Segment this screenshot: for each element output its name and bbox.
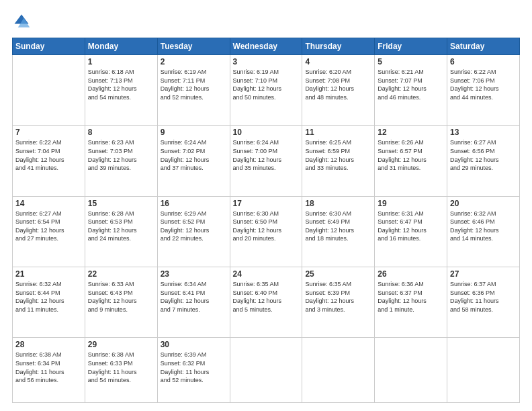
- weekday-header-saturday: Saturday: [447, 38, 520, 55]
- calendar-cell: [447, 338, 520, 403]
- calendar-cell: 7Sunrise: 6:22 AM Sunset: 7:04 PM Daylig…: [13, 126, 85, 196]
- cell-info: Sunrise: 6:21 AM Sunset: 7:07 PM Dayligh…: [378, 68, 444, 101]
- cell-info: Sunrise: 6:34 AM Sunset: 6:41 PM Dayligh…: [161, 280, 227, 314]
- day-number: 20: [450, 199, 517, 208]
- cell-info: Sunrise: 6:19 AM Sunset: 7:10 PM Dayligh…: [233, 68, 300, 101]
- calendar-cell: 21Sunrise: 6:32 AM Sunset: 6:44 PM Dayli…: [13, 267, 85, 338]
- calendar-cell: 13Sunrise: 6:27 AM Sunset: 6:56 PM Dayli…: [447, 126, 520, 196]
- cell-info: Sunrise: 6:31 AM Sunset: 6:47 PM Dayligh…: [378, 210, 444, 243]
- calendar-cell: 2Sunrise: 6:19 AM Sunset: 7:11 PM Daylig…: [157, 55, 230, 126]
- cell-info: Sunrise: 6:22 AM Sunset: 7:06 PM Dayligh…: [450, 68, 517, 101]
- cell-info: Sunrise: 6:37 AM Sunset: 6:36 PM Dayligh…: [450, 280, 517, 314]
- cell-info: Sunrise: 6:24 AM Sunset: 7:02 PM Dayligh…: [161, 138, 227, 172]
- weekday-header-tuesday: Tuesday: [157, 38, 230, 55]
- cell-info: Sunrise: 6:27 AM Sunset: 6:54 PM Dayligh…: [15, 210, 82, 243]
- cell-info: Sunrise: 6:30 AM Sunset: 6:49 PM Dayligh…: [305, 210, 371, 243]
- logo-icon: [12, 12, 31, 31]
- day-number: 26: [378, 269, 444, 279]
- cell-info: Sunrise: 6:36 AM Sunset: 6:37 PM Dayligh…: [378, 280, 444, 314]
- calendar-cell: 9Sunrise: 6:24 AM Sunset: 7:02 PM Daylig…: [157, 126, 230, 196]
- calendar-cell: [375, 338, 447, 403]
- calendar-cell: 4Sunrise: 6:20 AM Sunset: 7:08 PM Daylig…: [302, 55, 375, 126]
- calendar-cell: 12Sunrise: 6:26 AM Sunset: 6:57 PM Dayli…: [375, 126, 447, 196]
- cell-info: Sunrise: 6:30 AM Sunset: 6:50 PM Dayligh…: [233, 210, 300, 243]
- weekday-header-sunday: Sunday: [13, 38, 85, 55]
- day-number: 3: [233, 57, 300, 66]
- day-number: 16: [161, 199, 227, 208]
- day-number: 23: [161, 269, 227, 279]
- cell-info: Sunrise: 6:20 AM Sunset: 7:08 PM Dayligh…: [305, 68, 371, 101]
- calendar-cell: 18Sunrise: 6:30 AM Sunset: 6:49 PM Dayli…: [302, 196, 375, 267]
- day-number: 7: [15, 128, 82, 137]
- calendar-cell: 22Sunrise: 6:33 AM Sunset: 6:43 PM Dayli…: [85, 267, 157, 338]
- calendar-cell: 26Sunrise: 6:36 AM Sunset: 6:37 PM Dayli…: [375, 267, 447, 338]
- calendar-cell: 11Sunrise: 6:25 AM Sunset: 6:59 PM Dayli…: [302, 126, 375, 196]
- calendar-week-row: 1Sunrise: 6:18 AM Sunset: 7:13 PM Daylig…: [13, 55, 520, 126]
- day-number: 14: [15, 199, 82, 208]
- cell-info: Sunrise: 6:32 AM Sunset: 6:46 PM Dayligh…: [450, 210, 517, 243]
- calendar-cell: [230, 338, 302, 403]
- weekday-header-row: SundayMondayTuesdayWednesdayThursdayFrid…: [13, 38, 520, 55]
- calendar-cell: 1Sunrise: 6:18 AM Sunset: 7:13 PM Daylig…: [85, 55, 157, 126]
- day-number: 21: [15, 269, 82, 279]
- day-number: 13: [450, 128, 517, 137]
- day-number: 19: [378, 199, 444, 208]
- day-number: 28: [15, 340, 82, 349]
- cell-info: Sunrise: 6:24 AM Sunset: 7:00 PM Dayligh…: [233, 138, 300, 172]
- calendar-week-row: 28Sunrise: 6:38 AM Sunset: 6:34 PM Dayli…: [13, 338, 520, 403]
- day-number: 6: [450, 57, 517, 66]
- calendar-cell: 14Sunrise: 6:27 AM Sunset: 6:54 PM Dayli…: [13, 196, 85, 267]
- cell-info: Sunrise: 6:25 AM Sunset: 6:59 PM Dayligh…: [305, 138, 371, 172]
- calendar-cell: 25Sunrise: 6:35 AM Sunset: 6:39 PM Dayli…: [302, 267, 375, 338]
- day-number: 11: [305, 128, 371, 137]
- logo: [12, 12, 34, 31]
- cell-info: Sunrise: 6:35 AM Sunset: 6:40 PM Dayligh…: [233, 280, 300, 314]
- day-number: 29: [88, 340, 154, 349]
- day-number: 9: [161, 128, 227, 137]
- calendar-cell: 10Sunrise: 6:24 AM Sunset: 7:00 PM Dayli…: [230, 126, 302, 196]
- cell-info: Sunrise: 6:23 AM Sunset: 7:03 PM Dayligh…: [88, 138, 154, 172]
- day-number: 10: [233, 128, 300, 137]
- calendar-cell: [302, 338, 375, 403]
- cell-info: Sunrise: 6:38 AM Sunset: 6:34 PM Dayligh…: [15, 351, 82, 384]
- cell-info: Sunrise: 6:27 AM Sunset: 6:56 PM Dayligh…: [450, 138, 517, 172]
- day-number: 5: [378, 57, 444, 66]
- day-number: 22: [88, 269, 154, 279]
- cell-info: Sunrise: 6:28 AM Sunset: 6:53 PM Dayligh…: [88, 210, 154, 243]
- calendar-cell: 5Sunrise: 6:21 AM Sunset: 7:07 PM Daylig…: [375, 55, 447, 126]
- cell-info: Sunrise: 6:26 AM Sunset: 6:57 PM Dayligh…: [378, 138, 444, 172]
- calendar-cell: 16Sunrise: 6:29 AM Sunset: 6:52 PM Dayli…: [157, 196, 230, 267]
- calendar-cell: 17Sunrise: 6:30 AM Sunset: 6:50 PM Dayli…: [230, 196, 302, 267]
- calendar-week-row: 14Sunrise: 6:27 AM Sunset: 6:54 PM Dayli…: [13, 196, 520, 267]
- calendar-cell: 6Sunrise: 6:22 AM Sunset: 7:06 PM Daylig…: [447, 55, 520, 126]
- calendar-cell: 23Sunrise: 6:34 AM Sunset: 6:41 PM Dayli…: [157, 267, 230, 338]
- calendar-cell: 27Sunrise: 6:37 AM Sunset: 6:36 PM Dayli…: [447, 267, 520, 338]
- day-number: 15: [88, 199, 154, 208]
- day-number: 24: [233, 269, 300, 279]
- weekday-header-wednesday: Wednesday: [230, 38, 302, 55]
- page-header: [12, 12, 520, 31]
- day-number: 18: [305, 199, 371, 208]
- day-number: 4: [305, 57, 371, 66]
- calendar-cell: 24Sunrise: 6:35 AM Sunset: 6:40 PM Dayli…: [230, 267, 302, 338]
- calendar-week-row: 7Sunrise: 6:22 AM Sunset: 7:04 PM Daylig…: [13, 126, 520, 196]
- day-number: 2: [161, 57, 227, 66]
- day-number: 12: [378, 128, 444, 137]
- cell-info: Sunrise: 6:32 AM Sunset: 6:44 PM Dayligh…: [15, 280, 82, 314]
- cell-info: Sunrise: 6:35 AM Sunset: 6:39 PM Dayligh…: [305, 280, 371, 314]
- day-number: 25: [305, 269, 371, 279]
- weekday-header-friday: Friday: [375, 38, 447, 55]
- cell-info: Sunrise: 6:22 AM Sunset: 7:04 PM Dayligh…: [15, 138, 82, 172]
- calendar-cell: 30Sunrise: 6:39 AM Sunset: 6:32 PM Dayli…: [157, 338, 230, 403]
- day-number: 8: [88, 128, 154, 137]
- day-number: 27: [450, 269, 517, 279]
- calendar-cell: 8Sunrise: 6:23 AM Sunset: 7:03 PM Daylig…: [85, 126, 157, 196]
- cell-info: Sunrise: 6:39 AM Sunset: 6:32 PM Dayligh…: [161, 351, 227, 384]
- cell-info: Sunrise: 6:33 AM Sunset: 6:43 PM Dayligh…: [88, 280, 154, 314]
- day-number: 17: [233, 199, 300, 208]
- calendar-cell: 19Sunrise: 6:31 AM Sunset: 6:47 PM Dayli…: [375, 196, 447, 267]
- cell-info: Sunrise: 6:19 AM Sunset: 7:11 PM Dayligh…: [161, 68, 227, 101]
- calendar-cell: 3Sunrise: 6:19 AM Sunset: 7:10 PM Daylig…: [230, 55, 302, 126]
- calendar-cell: 15Sunrise: 6:28 AM Sunset: 6:53 PM Dayli…: [85, 196, 157, 267]
- cell-info: Sunrise: 6:29 AM Sunset: 6:52 PM Dayligh…: [161, 210, 227, 243]
